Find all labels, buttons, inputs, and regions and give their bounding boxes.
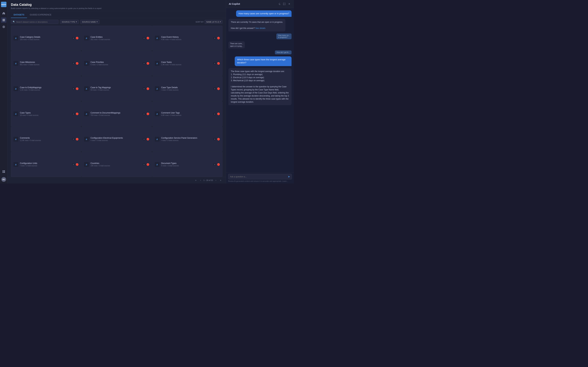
dataset-title: Case Priorities xyxy=(90,61,141,63)
catalog-card[interactable]: a Case Priorities 5 rows • 2 total sourc… xyxy=(81,51,152,76)
catalog-card[interactable]: a Comments 11.8K rows • 5 total sources … xyxy=(11,127,81,152)
dataset-card-body: Case Milestones 601 rows • 3 total sourc… xyxy=(20,61,70,66)
catalog-card[interactable]: a Case Entities 301 rows • 5 total sourc… xyxy=(81,26,152,51)
dataset-meta: 4.5K rows • 4 total sources xyxy=(161,39,212,41)
dataset-icon: a xyxy=(155,162,160,167)
catalog-card[interactable]: a Case Type Details • rows • 6 total sou… xyxy=(152,76,223,101)
dataset-delete[interactable]: 🔴 xyxy=(217,112,220,115)
catalog-card[interactable]: a Comment User Tags 4.8K rows • 3 total … xyxy=(152,101,223,126)
catalog-card[interactable]: a Configuration Units • rows • 2 total s… xyxy=(11,152,81,177)
dataset-delete[interactable]: 🔴 xyxy=(217,87,220,90)
chat-mini-preview-1: How many ca...in progress? xyxy=(277,33,292,39)
dataset-title: Configuration Service Panel Generators xyxy=(161,137,212,139)
catalog-card[interactable]: a Case Milestones 601 rows • 3 total sou… xyxy=(11,51,81,76)
card-actions: a 🔴 xyxy=(213,62,220,65)
ai-question-input[interactable] xyxy=(230,175,287,178)
source-name-filter[interactable]: SOURCE NAME ▾ xyxy=(80,20,100,24)
user-avatar[interactable]: AU xyxy=(1,177,6,182)
svg-point-3 xyxy=(3,26,4,27)
card-actions: a 🔴 xyxy=(72,37,79,39)
dataset-tag: a xyxy=(72,113,75,115)
pagination-next[interactable]: › xyxy=(214,178,218,182)
dataset-title: Countries xyxy=(90,162,141,165)
catalog-card[interactable]: a Case Category Details 100 rows • 6 tot… xyxy=(11,26,81,51)
dataset-delete[interactable]: 🔴 xyxy=(147,62,149,65)
card-actions: a 🔴 xyxy=(143,62,149,65)
catalog-card[interactable]: a Comment to DocumentMappings 763 rows •… xyxy=(81,101,152,126)
card-actions: a 🔴 xyxy=(143,87,149,90)
sidebar-item-home[interactable] xyxy=(1,10,7,16)
dataset-meta: • rows • 3 total sources xyxy=(90,140,141,141)
chat-message-ai-2: The three case types with the longest av… xyxy=(228,68,292,105)
card-actions: a 🔴 xyxy=(72,87,79,90)
catalog-card[interactable]: a Case Types 18 rows • 4 total sources a… xyxy=(11,101,81,126)
dataset-card-body: Case Entities 301 rows • 5 total sources xyxy=(90,36,141,41)
tab-datasets[interactable]: DATASETS xyxy=(11,12,27,18)
send-icon[interactable]: ➤ xyxy=(288,175,290,178)
dataset-tag: a xyxy=(72,87,75,90)
chevron-down-icon: ▾ xyxy=(97,21,98,23)
dataset-card-body: Case Tasks 1.4K rows • 6 total sources xyxy=(161,61,212,66)
dataset-meta: 5 rows • 2 total sources xyxy=(90,64,141,66)
catalog-card[interactable]: a Countries 195 rows • 2 total sources a… xyxy=(81,152,152,177)
search-icon: 🔍 xyxy=(13,21,15,23)
see-details-link[interactable]: See details xyxy=(255,27,265,29)
pagination-first[interactable]: « xyxy=(194,178,198,182)
catalog-card[interactable]: a Case to Tag Mappings 93 rows • 4 total… xyxy=(81,76,152,101)
dataset-delete[interactable]: 🔴 xyxy=(147,112,149,115)
dataset-icon: a xyxy=(13,162,18,167)
dataset-delete[interactable]: 🔴 xyxy=(76,138,78,141)
sort-section: SORT BY NAME (A TO Z) ▾ xyxy=(196,20,223,24)
card-actions: a 🔴 xyxy=(72,163,79,166)
sort-button[interactable]: NAME (A TO Z) ▾ xyxy=(205,20,223,24)
dataset-card-body: Comment User Tags 4.8K rows • 3 total so… xyxy=(161,112,212,116)
catalog-card[interactable]: a Case Tasks 1.4K rows • 6 total sources… xyxy=(152,51,223,76)
dataset-delete[interactable]: 🔴 xyxy=(147,138,149,141)
dataset-delete[interactable]: 🔴 xyxy=(147,87,149,90)
ai-panel-title: AI Copilot xyxy=(229,2,277,5)
dataset-delete[interactable]: 🔴 xyxy=(147,163,149,166)
dataset-delete[interactable]: 🔴 xyxy=(217,138,220,141)
ai-header-actions: ✕ xyxy=(277,2,291,6)
dataset-icon: a xyxy=(13,111,18,116)
dataset-delete[interactable]: 🔴 xyxy=(217,163,220,166)
source-type-filter[interactable]: SOURCE TYPE ▾ xyxy=(60,20,79,24)
catalog-card[interactable]: a Configuration Electrical Equipments • … xyxy=(81,127,152,152)
catalog-card[interactable]: a Document Types 5 rows • 2 total source… xyxy=(152,152,223,177)
pagination: « ‹ 1 - 18 of 53 › » xyxy=(8,177,226,184)
card-actions: a 🔴 xyxy=(143,112,149,115)
pagination-prev[interactable]: ‹ xyxy=(199,178,202,182)
dataset-tag: a xyxy=(143,87,146,90)
dataset-delete[interactable]: 🔴 xyxy=(76,163,78,166)
tab-guided-experience[interactable]: GUIDED EXPERIENCE xyxy=(27,12,54,18)
catalog-card[interactable]: a Configuration Service Panel Generators… xyxy=(152,127,223,152)
catalog-card[interactable]: a Case Event History 4.5K rows • 4 total… xyxy=(152,26,223,51)
ai-share-button[interactable] xyxy=(277,2,281,6)
sidebar-item-catalog[interactable] xyxy=(1,17,7,23)
dataset-delete[interactable]: 🔴 xyxy=(76,37,78,39)
dataset-delete[interactable]: 🔴 xyxy=(217,37,220,39)
search-input[interactable] xyxy=(16,21,57,23)
dataset-title: Case Event History xyxy=(161,36,212,38)
ai-expand-button[interactable] xyxy=(282,2,286,6)
catalog-grid: a Case Category Details 100 rows • 6 tot… xyxy=(8,26,226,177)
card-actions: a 🔴 xyxy=(213,37,220,39)
dataset-card-body: Case to Tag Mappings 93 rows • 4 total s… xyxy=(90,86,141,91)
sidebar-item-settings[interactable] xyxy=(1,24,7,30)
ai-close-button[interactable]: ✕ xyxy=(287,2,291,6)
catalog-card[interactable]: a Case to EntityMappings 1.1K rows • 5 t… xyxy=(11,76,81,101)
dataset-card-body: Case Event History 4.5K rows • 4 total s… xyxy=(161,36,212,41)
pagination-last[interactable]: » xyxy=(219,178,223,182)
ai-chat-area: How many cases are currently open or in … xyxy=(226,8,294,172)
grid-icon[interactable] xyxy=(1,169,7,174)
dataset-card-body: Configuration Electrical Equipments • ro… xyxy=(90,137,141,141)
dataset-delete[interactable]: 🔴 xyxy=(76,112,78,115)
dataset-delete[interactable]: 🔴 xyxy=(147,37,149,39)
app-logo[interactable]: appian xyxy=(1,2,7,7)
dataset-meta: 5 rows • 2 total sources xyxy=(161,165,212,167)
chevron-down-icon: ▾ xyxy=(76,21,77,23)
dataset-delete[interactable]: 🔴 xyxy=(76,87,78,90)
dataset-delete[interactable]: 🔴 xyxy=(76,62,78,65)
dataset-delete[interactable]: 🔴 xyxy=(217,62,220,65)
dataset-icon: a xyxy=(84,137,89,142)
